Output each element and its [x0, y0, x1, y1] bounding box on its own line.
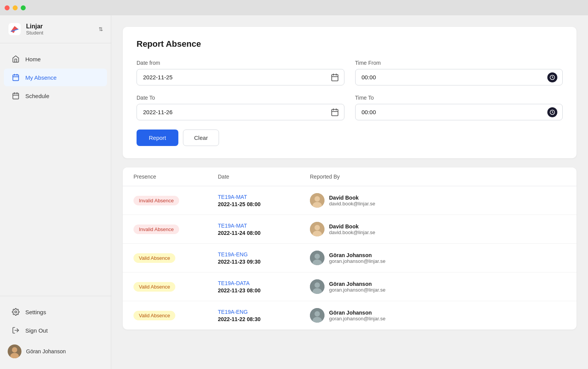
course-code: TE19A-MAT — [218, 194, 310, 200]
time-from-group: Time From — [355, 60, 563, 85]
expand-icon[interactable]: ⇅ — [99, 26, 103, 32]
reporter-cell: Göran Johanson goran.johanson@linjar.se — [310, 308, 566, 323]
time-to-label: Time To — [355, 95, 563, 101]
reporter-info: Göran Johanson goran.johanson@linjar.se — [329, 281, 385, 293]
close-button[interactable] — [5, 5, 10, 10]
title-bar — [0, 0, 588, 15]
table-header: Presence Date Reported By — [123, 167, 576, 186]
user-profile[interactable]: Göran Johanson — [0, 340, 111, 363]
my-absence-label: My Absence — [25, 74, 57, 81]
reporter-name: David Book — [329, 223, 375, 230]
table-row: Valid Absence TE19A-ENG 2022-11-22 08:30… — [123, 301, 576, 330]
presence-cell: Valid Absence — [133, 282, 218, 292]
svg-point-37 — [315, 311, 320, 317]
reporter-email: david.book@linjar.se — [329, 201, 375, 207]
date-from-label: Date from — [137, 60, 344, 66]
course-date: 2022-11-23 08:00 — [218, 287, 310, 294]
col-presence: Presence — [133, 174, 218, 180]
date-cell: TE19A-DATA 2022-11-23 08:00 — [218, 280, 310, 294]
clear-button[interactable]: Clear — [183, 130, 219, 146]
time-to-input[interactable] — [355, 104, 563, 120]
sidebar-item-sign-out[interactable]: Sign Out — [4, 321, 107, 339]
date-to-group: Date To — [137, 95, 344, 120]
reporter-avatar — [310, 308, 324, 323]
presence-cell: Invalid Absence — [133, 225, 218, 234]
sidebar-header: Linjar Student ⇅ — [0, 15, 111, 43]
reporter-name: Göran Johanson — [329, 252, 385, 258]
date-cell: TE19A-ENG 2022-11-23 09:30 — [218, 251, 310, 265]
time-to-wrap — [355, 104, 563, 120]
reporter-cell: David Book david.book@linjar.se — [310, 193, 566, 208]
course-date: 2022-11-23 09:30 — [218, 259, 310, 265]
sidebar-item-home[interactable]: Home — [4, 50, 107, 68]
presence-cell: Invalid Absence — [133, 196, 218, 205]
presence-cell: Valid Absence — [133, 311, 218, 320]
reporter-avatar — [310, 251, 324, 265]
reporter-info: David Book david.book@linjar.se — [329, 195, 375, 207]
app-name: Linjar — [26, 23, 94, 30]
sidebar-item-settings[interactable]: Settings — [4, 303, 107, 321]
calendar-check-icon — [12, 73, 20, 82]
svg-rect-5 — [13, 93, 19, 99]
main-content: Report Absence Date from — [111, 15, 588, 369]
date-from-input[interactable] — [137, 69, 344, 85]
reporter-email: goran.johanson@linjar.se — [329, 316, 385, 321]
gear-icon — [12, 308, 20, 316]
profile-name: Göran Johanson — [26, 348, 66, 354]
presence-badge: Valid Absence — [133, 253, 175, 263]
reporter-email: david.book@linjar.se — [329, 230, 375, 235]
date-cell: TE19A-MAT 2022-11-24 08:00 — [218, 223, 310, 236]
date-from-wrap — [137, 69, 344, 85]
reporter-avatar — [310, 193, 324, 208]
date-to-input[interactable] — [137, 104, 344, 120]
reporter-email: goran.johanson@linjar.se — [329, 287, 385, 293]
reporter-cell: Göran Johanson goran.johanson@linjar.se — [310, 251, 566, 265]
avatar — [8, 344, 21, 358]
time-from-input[interactable] — [355, 69, 563, 85]
course-code: TE19A-DATA — [218, 280, 310, 286]
settings-label: Settings — [25, 309, 46, 315]
sidebar-bottom: Settings Sign Out — [0, 296, 111, 369]
reporter-info: David Book david.book@linjar.se — [329, 223, 375, 235]
svg-rect-1 — [13, 75, 19, 80]
time-from-label: Time From — [355, 60, 563, 66]
reporter-name: David Book — [329, 195, 375, 201]
door-icon — [12, 326, 20, 335]
sidebar-item-my-absence[interactable]: My Absence — [4, 69, 107, 86]
reporter-name: Göran Johanson — [329, 281, 385, 287]
absence-table-card: Presence Date Reported By Invalid Absenc… — [123, 167, 576, 330]
presence-badge: Invalid Absence — [133, 225, 179, 234]
course-code: TE19A-MAT — [218, 223, 310, 229]
report-absence-card: Report Absence Date from — [123, 27, 576, 158]
reporter-cell: Göran Johanson goran.johanson@linjar.se — [310, 279, 566, 294]
course-code: TE19A-ENG — [218, 251, 310, 257]
date-cell: TE19A-ENG 2022-11-22 08:30 — [218, 309, 310, 322]
svg-point-31 — [315, 254, 320, 259]
svg-point-25 — [315, 196, 320, 202]
date-cell: TE19A-MAT 2022-11-25 08:00 — [218, 194, 310, 207]
reporter-avatar — [310, 222, 324, 236]
maximize-button[interactable] — [21, 5, 26, 10]
table-row: Valid Absence TE19A-DATA 2022-11-23 08:0… — [123, 272, 576, 301]
time-to-group: Time To — [355, 95, 563, 120]
date-row: Date from Tim — [137, 60, 563, 85]
home-label: Home — [25, 56, 41, 62]
report-button[interactable]: Report — [137, 130, 178, 146]
table-row: Invalid Absence TE19A-MAT 2022-11-24 08:… — [123, 215, 576, 244]
date-from-group: Date from — [137, 60, 344, 85]
svg-point-34 — [315, 282, 320, 288]
date-to-label: Date To — [137, 95, 344, 101]
table-row: Invalid Absence TE19A-MAT 2022-11-25 08:… — [123, 186, 576, 215]
home-icon — [12, 55, 20, 63]
minimize-button[interactable] — [13, 5, 18, 10]
presence-cell: Valid Absence — [133, 253, 218, 263]
sidebar-item-schedule[interactable]: Schedule — [4, 87, 107, 105]
sign-out-label: Sign Out — [25, 327, 48, 334]
reporter-cell: David Book david.book@linjar.se — [310, 222, 566, 236]
report-title: Report Absence — [137, 39, 563, 49]
form-actions: Report Clear — [137, 130, 563, 146]
reporter-info: Göran Johanson goran.johanson@linjar.se — [329, 310, 385, 321]
schedule-label: Schedule — [25, 93, 49, 99]
calendar-icon — [12, 92, 20, 100]
app-logo — [8, 22, 21, 36]
